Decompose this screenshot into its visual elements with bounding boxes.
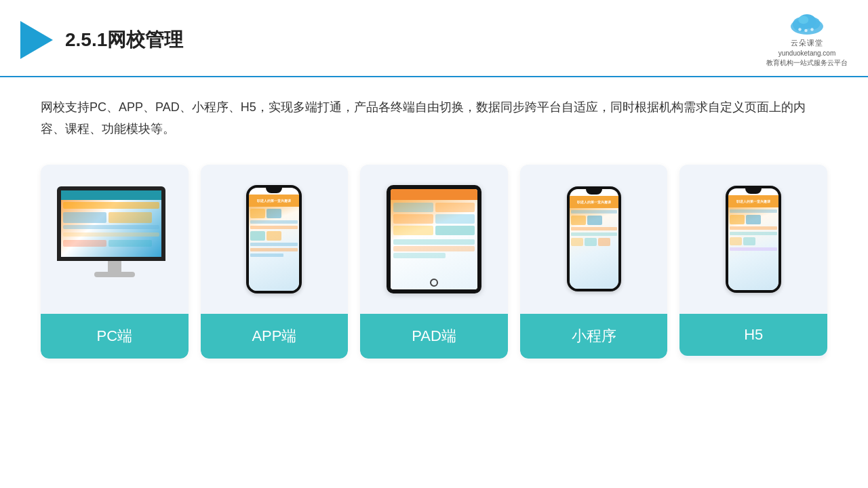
brand-cloud-icon xyxy=(787,12,827,37)
phone-mockup-app: 职进人的第一堂兴趣课 xyxy=(246,185,302,293)
card-miniapp[interactable]: 职进人的第一堂兴趣课 xyxy=(520,165,668,359)
card-miniapp-label: 小程序 xyxy=(520,314,668,359)
main-content: 网校支持PC、APP、PAD、小程序、H5，实现多端打通，产品各终端自由切换，数… xyxy=(0,77,868,372)
card-pc-label: PC端 xyxy=(41,314,189,359)
tablet-mockup xyxy=(387,185,481,293)
monitor-mockup xyxy=(57,186,172,291)
header: 2.5.1网校管理 云朵课堂 yunduoketang.com 教育机构一站式服… xyxy=(0,0,868,77)
brand-name: 云朵课堂 xyxy=(791,38,823,48)
brand-logo: 云朵课堂 yunduoketang.com 教育机构一站式服务云平台 xyxy=(766,12,848,68)
card-app[interactable]: 职进人的第一堂兴趣课 xyxy=(201,165,349,359)
phone-mockup-miniapp: 职进人的第一堂兴趣课 xyxy=(567,186,621,291)
card-pc-image xyxy=(41,165,189,314)
card-h5-image: 职进人的第一堂兴趣课 xyxy=(679,165,827,314)
brand-subtitle: 教育机构一站式服务云平台 xyxy=(766,58,848,68)
card-pad-image xyxy=(360,165,508,314)
svg-point-7 xyxy=(810,28,814,31)
description-text: 网校支持PC、APP、PAD、小程序、H5，实现多端打通，产品各终端自由切换，数… xyxy=(41,96,827,140)
card-pad-label: PAD端 xyxy=(360,314,508,359)
card-h5-label: H5 xyxy=(679,314,827,356)
card-h5[interactable]: 职进人的第一堂兴趣课 xyxy=(679,165,827,359)
svg-point-5 xyxy=(798,28,802,31)
cards-container: PC端 职进人的第一堂兴趣课 xyxy=(41,165,827,359)
card-app-image: 职进人的第一堂兴趣课 xyxy=(201,165,349,314)
phone-mockup-h5: 职进人的第一堂兴趣课 xyxy=(726,186,781,293)
page-title: 2.5.1网校管理 xyxy=(65,27,183,53)
header-left: 2.5.1网校管理 xyxy=(20,21,183,59)
card-miniapp-image: 职进人的第一堂兴趣课 xyxy=(520,165,668,314)
monitor-screen xyxy=(57,186,165,261)
card-pad[interactable]: PAD端 xyxy=(360,165,508,359)
svg-point-4 xyxy=(798,16,808,24)
card-app-label: APP端 xyxy=(201,314,349,359)
brand-url: yunduoketang.com xyxy=(778,49,836,57)
card-pc[interactable]: PC端 xyxy=(41,165,189,359)
svg-point-6 xyxy=(804,29,808,33)
logo-triangle-icon xyxy=(20,21,53,59)
